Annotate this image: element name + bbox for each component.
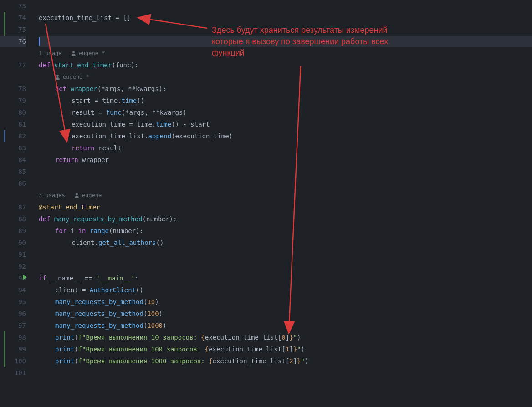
- vcs-modified-mark: [4, 130, 5, 142]
- line-number: 80: [18, 107, 26, 118]
- code-line: [39, 249, 532, 260]
- code-editor[interactable]: 73 74 75 76 77 78 79 80 81 82 83 84 85 8…: [0, 0, 532, 407]
- code-line: many_requests_by_method(100): [39, 308, 532, 320]
- gutter-line: 89: [0, 225, 26, 237]
- code-line: result = func(*args, **kwargs): [39, 107, 532, 118]
- code-inlay-hint[interactable]: 3 usageseugene: [39, 189, 532, 201]
- gutter-line: 100: [0, 355, 26, 367]
- gutter-line: 77: [0, 59, 26, 71]
- gutter-line: 80: [0, 107, 26, 118]
- code-line: def wrapper(*args, **kwargs):: [39, 83, 532, 95]
- vcs-new-mark: [4, 355, 5, 367]
- gutter-line: 92: [0, 260, 26, 272]
- code-area[interactable]: execution_time_list = [] 1 usageeugene *…: [34, 0, 532, 407]
- code-line: print(f"Время выполнения 1000 запросов: …: [39, 355, 532, 367]
- author-hint[interactable]: eugene: [82, 189, 102, 201]
- line-number: 101: [15, 367, 26, 379]
- line-number: 94: [18, 284, 26, 296]
- gutter-line: 74: [0, 12, 26, 24]
- line-number: 77: [18, 59, 26, 71]
- code-line: many_requests_by_method(1000): [39, 320, 532, 331]
- line-number: 74: [18, 12, 26, 24]
- code-line: def many_requests_by_method(number):: [39, 213, 532, 225]
- line-number: 86: [18, 178, 26, 189]
- line-number: 88: [18, 213, 26, 225]
- line-number: 79: [18, 95, 26, 107]
- gutter-line: 73: [0, 0, 26, 12]
- line-number: 99: [18, 343, 26, 355]
- gutter-line: 86: [0, 178, 26, 189]
- code-line: [39, 367, 532, 379]
- line-number: 75: [18, 24, 26, 36]
- code-line: return result: [39, 142, 532, 154]
- line-number: 98: [18, 331, 26, 343]
- gutter-line: 90: [0, 237, 26, 249]
- vcs-new-mark: [4, 12, 5, 24]
- gutter-line-hint: [0, 47, 26, 59]
- gutter-line-hint: [0, 71, 26, 83]
- line-number: 92: [18, 260, 26, 272]
- gutter-line: 93: [0, 272, 26, 284]
- code-line: client = AuthorClient(): [39, 284, 532, 296]
- code-line: print(f"Время выполнения 100 запросов: {…: [39, 343, 532, 355]
- gutter-line: 94: [0, 284, 26, 296]
- code-inlay-hint[interactable]: eugene *: [39, 71, 532, 83]
- line-number: 89: [18, 225, 26, 237]
- code-line: [39, 260, 532, 272]
- line-number: 78: [18, 83, 26, 95]
- usages-hint[interactable]: 3 usages: [39, 189, 65, 201]
- code-line: [39, 0, 532, 12]
- person-icon: [55, 75, 60, 80]
- gutter-line: 84: [0, 154, 26, 166]
- annotation-text: Здесь будут храниться результаты измерен…: [212, 25, 485, 59]
- line-number: 82: [18, 130, 26, 142]
- code-line: execution_time_list.append(execution_tim…: [39, 130, 532, 142]
- gutter-line: 78: [0, 83, 26, 95]
- line-number: 87: [18, 201, 26, 213]
- author-hint[interactable]: eugene *: [63, 71, 89, 83]
- code-line: many_requests_by_method(10): [39, 296, 532, 308]
- code-line: client.get_all_authors(): [39, 237, 532, 249]
- line-number: 96: [18, 308, 26, 320]
- line-number: 90: [18, 237, 26, 249]
- code-line: return wrapper: [39, 154, 532, 166]
- vcs-new-mark: [4, 331, 5, 343]
- gutter-line: 79: [0, 95, 26, 107]
- line-number: 85: [18, 166, 26, 178]
- line-number: 91: [18, 249, 26, 260]
- gutter-line: 91: [0, 249, 26, 260]
- code-line: execution_time_list = []: [39, 12, 532, 24]
- gutter-line: 88: [0, 213, 26, 225]
- line-number: 95: [18, 296, 26, 308]
- gutter-line: 97: [0, 320, 26, 331]
- line-number: 73: [18, 0, 26, 12]
- line-number: 83: [18, 142, 26, 154]
- code-line: if __name__ == '__main__':: [39, 272, 532, 284]
- line-number: 97: [18, 320, 26, 331]
- vcs-new-mark: [4, 343, 5, 355]
- gutter-line: 101: [0, 367, 26, 379]
- gutter-line: 99: [0, 343, 26, 355]
- code-line: def start_end_timer(func):: [39, 59, 532, 71]
- usages-hint[interactable]: 1 usage: [39, 47, 62, 59]
- gutter: 73 74 75 76 77 78 79 80 81 82 83 84 85 8…: [0, 0, 34, 407]
- code-line: print(f"Время выполнения 10 запросов: {e…: [39, 331, 532, 343]
- gutter-line: 83: [0, 142, 26, 154]
- code-line: [39, 178, 532, 189]
- author-hint[interactable]: eugene *: [79, 47, 105, 59]
- line-number: 84: [18, 154, 26, 166]
- code-line: for i in range(number):: [39, 225, 532, 237]
- gutter-line-hint: [0, 189, 26, 201]
- line-number: 100: [15, 355, 26, 367]
- run-gutter-icon[interactable]: [23, 275, 27, 280]
- gutter-line: 82: [0, 130, 26, 142]
- gutter-line: 95: [0, 296, 26, 308]
- person-icon: [74, 193, 79, 198]
- caret-icon: [39, 37, 40, 46]
- gutter-line: 81: [0, 118, 26, 130]
- line-number: 76: [18, 36, 26, 47]
- code-line: [39, 166, 532, 178]
- vcs-new-mark: [4, 24, 5, 36]
- code-line: execution_time = time.time() - start: [39, 118, 532, 130]
- gutter-line: 96: [0, 308, 26, 320]
